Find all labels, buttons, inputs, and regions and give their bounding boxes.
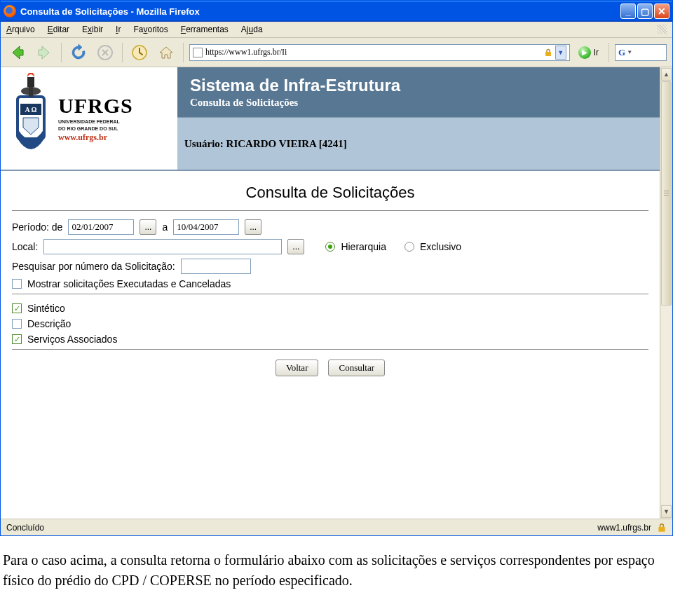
menu-ir[interactable]: Ir [116, 25, 121, 34]
period-label: Período: de [12, 221, 62, 233]
vertical-scrollbar[interactable]: ▲ ▼ [660, 67, 672, 519]
page-title: Consulta de Solicitações [12, 179, 648, 207]
home-button[interactable] [155, 41, 177, 64]
back-button[interactable] [6, 41, 29, 64]
svg-marker-1 [39, 46, 49, 59]
close-button[interactable]: ✕ [654, 4, 669, 19]
caption-text: Para o caso acima, a consulta retorna o … [0, 536, 673, 598]
sintetico-checkbox[interactable]: ✓ [12, 303, 22, 313]
servicos-checkbox[interactable]: ✓ [12, 334, 22, 344]
svg-rect-4 [545, 52, 551, 56]
reload-button[interactable] [67, 41, 90, 64]
ufrgs-shield-icon: A Ω [11, 73, 51, 164]
firefox-icon [4, 5, 16, 18]
maximize-button[interactable]: ▢ [637, 4, 653, 19]
status-text: Concluído [6, 523, 44, 533]
address-input[interactable] [205, 47, 541, 57]
hierarquia-label: Hierarquia [341, 241, 386, 252]
menu-arquivo[interactable]: Arquivo [6, 25, 35, 34]
sintetico-label: Sintético [27, 303, 65, 314]
system-title-bar: Sistema de Infra-Estrutura Consulta de S… [177, 67, 660, 117]
menu-favoritos[interactable]: Favoritos [133, 25, 168, 34]
date-to-picker-button[interactable]: ... [245, 219, 261, 235]
go-button[interactable]: ▶ Ir [574, 46, 603, 59]
divider [12, 210, 648, 211]
navigation-toolbar: ▼ ▶ Ir G ▼ [1, 38, 672, 67]
logo-url: www.ufrgs.br [58, 132, 133, 143]
system-subtitle: Consulta de Solicitações [190, 95, 647, 109]
svg-marker-0 [13, 46, 23, 59]
window-title: Consulta de Solicitações - Mozilla Firef… [20, 6, 620, 17]
browser-window: Consulta de Solicitações - Mozilla Firef… [0, 0, 673, 536]
svg-rect-11 [658, 526, 665, 531]
svg-rect-8 [27, 77, 34, 87]
date-to-input[interactable] [173, 219, 239, 235]
scroll-up-button[interactable]: ▲ [661, 68, 672, 81]
menubar: Arquivo Editar Exibir Ir Favoritos Ferra… [1, 22, 672, 38]
menu-exibir[interactable]: Exibir [82, 25, 103, 34]
logo-subtitle-1: UNIVERSIDADE FEDERAL [58, 119, 133, 125]
menu-ajuda[interactable]: Ajuda [241, 25, 263, 34]
date-from-input[interactable] [68, 219, 134, 235]
go-icon: ▶ [578, 46, 591, 59]
svg-rect-10 [29, 87, 33, 97]
user-label: Usuário: RICARDO VIEIRA [4241] [184, 138, 347, 150]
search-engine-dropdown-icon[interactable]: ▼ [627, 49, 632, 55]
menu-editar[interactable]: Editar [48, 25, 69, 34]
statusbar: Concluído www1.ufrgs.br [1, 519, 672, 535]
status-domain: www1.ufrgs.br [597, 523, 651, 533]
search-engine-icon: G [618, 47, 625, 58]
lock-icon [544, 48, 552, 57]
history-button[interactable] [128, 41, 151, 64]
forward-button[interactable] [33, 41, 55, 64]
stop-button[interactable] [94, 41, 116, 64]
show-exec-checkbox[interactable]: ✓ [12, 279, 22, 289]
period-a: a [162, 221, 168, 233]
menu-arquivo-label: rquivo [12, 25, 35, 34]
titlebar: Consulta de Solicitações - Mozilla Firef… [1, 1, 672, 22]
address-bar[interactable]: ▼ [189, 44, 570, 61]
divider-2 [12, 294, 648, 294]
search-num-input[interactable] [181, 259, 251, 274]
menu-ferramentas[interactable]: Ferramentas [181, 25, 229, 34]
exclusivo-radio[interactable] [405, 242, 414, 252]
exclusivo-label: Exclusivo [420, 241, 461, 252]
local-input[interactable] [43, 239, 282, 254]
page-content: A Ω UFRGS UNIVERSIDADE FEDERAL DO RIO GR… [1, 67, 660, 519]
search-box[interactable]: G ▼ [615, 44, 667, 61]
search-num-label: Pesquisar por número da Solicitação: [12, 261, 175, 272]
svg-text:A Ω: A Ω [25, 106, 36, 114]
date-from-picker-button[interactable]: ... [140, 219, 156, 235]
descricao-label: Descrição [27, 318, 71, 329]
local-label: Local: [12, 241, 38, 252]
logo-area: A Ω UFRGS UNIVERSIDADE FEDERAL DO RIO GR… [1, 67, 177, 170]
divider-3 [12, 349, 648, 350]
local-picker-button[interactable]: ... [287, 239, 304, 254]
page-icon [193, 48, 203, 57]
user-bar: Usuário: RICARDO VIEIRA [4241] [177, 117, 660, 170]
logo-text: UFRGS [58, 94, 133, 118]
consultar-button[interactable]: Consultar [328, 360, 385, 376]
descricao-checkbox[interactable]: ✓ [12, 319, 22, 329]
scroll-down-button[interactable]: ▼ [661, 505, 672, 518]
scroll-thumb[interactable] [661, 81, 672, 306]
go-label: Ir [594, 48, 599, 57]
toolbar-grip-icon [657, 25, 667, 34]
hierarquia-radio[interactable] [325, 242, 335, 252]
voltar-button[interactable]: Voltar [276, 360, 319, 376]
status-lock-icon [657, 523, 667, 533]
site-header: A Ω UFRGS UNIVERSIDADE FEDERAL DO RIO GR… [1, 67, 660, 171]
show-exec-label: Mostrar solicitações Executadas e Cancel… [27, 278, 231, 289]
minimize-button[interactable]: _ [620, 4, 636, 19]
address-dropdown-button[interactable]: ▼ [555, 46, 566, 60]
scroll-track[interactable] [661, 81, 672, 505]
logo-subtitle-2: DO RIO GRANDE DO SUL [58, 126, 133, 132]
servicos-label: Serviços Associados [27, 334, 117, 345]
system-title: Sistema de Infra-Estrutura [190, 76, 647, 95]
